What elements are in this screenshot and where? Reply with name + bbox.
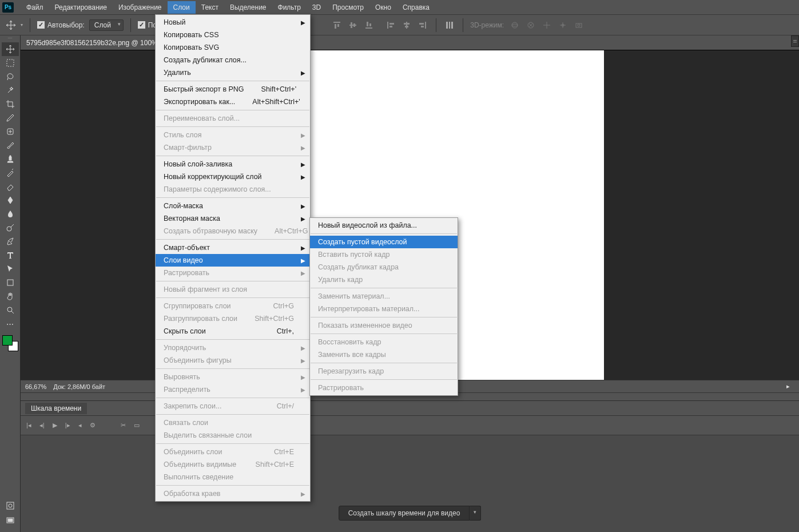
svg-rect-4	[351, 22, 352, 28]
goto-first-frame-icon[interactable]: |◂	[26, 422, 31, 429]
menu-item[interactable]: Удалить▶	[156, 66, 310, 79]
menu-item-label: Новый слой-заливка	[164, 160, 232, 168]
menu-слои[interactable]: Слои	[168, 1, 196, 14]
hand-tool[interactable]	[2, 289, 19, 303]
lasso-tool[interactable]	[2, 70, 19, 84]
menu-item[interactable]: Создать дубликат слоя...	[156, 54, 310, 66]
path-select-tool[interactable]	[2, 262, 19, 276]
tool-options-chevron-icon[interactable]: ▾	[21, 22, 23, 27]
magic-wand-tool[interactable]	[2, 84, 19, 97]
menu-файл[interactable]: Файл	[21, 1, 49, 14]
align-right-icon[interactable]	[416, 19, 429, 31]
pen-tool[interactable]	[2, 235, 19, 248]
prev-frame-icon[interactable]: ◂|	[39, 422, 45, 429]
menu-выделение[interactable]: Выделение	[224, 1, 272, 14]
menu-item[interactable]: Слой-маска▶	[156, 200, 310, 212]
distribute-icon[interactable]	[443, 19, 456, 31]
history-brush-tool[interactable]	[2, 166, 19, 180]
shape-tool[interactable]	[2, 276, 19, 289]
brush-tool[interactable]	[2, 138, 19, 152]
screenmode-tool[interactable]	[2, 514, 19, 527]
menu-текст[interactable]: Текст	[196, 1, 224, 14]
autoselect-dropdown[interactable]: Слой	[89, 19, 124, 31]
menu-item[interactable]: Новый корректирующий слой▶	[156, 170, 310, 183]
gradient-tool[interactable]	[2, 193, 19, 207]
menu-item[interactable]: Смарт-объект▶	[156, 241, 310, 254]
align-bottom-icon[interactable]	[363, 19, 375, 31]
marquee-tool[interactable]	[2, 56, 19, 70]
threed-slide-icon[interactable]	[556, 19, 569, 31]
menu-bar: Ps ФайлРедактированиеИзображениеСлоиТекс…	[0, 0, 799, 15]
color-swatches[interactable]	[2, 335, 18, 351]
threed-zoom-icon[interactable]	[573, 19, 585, 31]
menu-item[interactable]: Векторная маска▶	[156, 212, 310, 225]
zoom-tool[interactable]	[2, 303, 19, 317]
healing-brush-tool[interactable]	[2, 125, 19, 138]
timeline-track-area[interactable]: Создать шкалу времени для видео ▾	[21, 435, 799, 532]
create-video-timeline-chevron-icon[interactable]: ▾	[470, 506, 481, 521]
menu-редактирование[interactable]: Редактирование	[49, 1, 113, 14]
timeline-tab[interactable]: Шкала времени	[25, 403, 87, 414]
menu-item[interactable]: Новый▶	[156, 16, 310, 29]
next-frame-icon[interactable]: |▸	[65, 422, 70, 429]
menu-item[interactable]: Копировать SVG	[156, 41, 310, 54]
eraser-tool[interactable]	[2, 180, 19, 193]
menu-item-label: Создать пустой видеослой	[318, 238, 407, 246]
menu-фильтр[interactable]: Фильтр	[272, 1, 307, 14]
eyedropper-tool[interactable]	[2, 111, 19, 125]
threed-pan-icon[interactable]	[540, 19, 553, 31]
menu-item-label: Удалить кадр	[318, 276, 363, 284]
play-icon[interactable]: ▶	[53, 422, 57, 429]
menu-item[interactable]: Быстрый экспорт в PNGShift+Ctrl+'	[156, 83, 310, 96]
timeline-options-icon[interactable]: ⚙	[90, 422, 96, 429]
dodge-tool[interactable]	[2, 221, 19, 235]
align-vcenter-icon[interactable]	[347, 19, 359, 31]
threed-roll-icon[interactable]	[524, 19, 537, 31]
menu-item-label: Создать дубликат кадра	[318, 263, 399, 271]
align-left-icon[interactable]	[384, 19, 397, 31]
autoselect-checkbox[interactable]: ✓	[37, 21, 45, 29]
edit-toolbar-icon[interactable]: ⋯	[2, 317, 19, 331]
menu-item[interactable]: Скрыть слоиCtrl+,	[156, 325, 310, 338]
type-tool[interactable]	[2, 248, 19, 262]
move-tool[interactable]	[2, 42, 19, 56]
crop-tool[interactable]	[2, 97, 19, 111]
quickmask-tool[interactable]	[2, 499, 19, 513]
menu-окно[interactable]: Окно	[369, 1, 397, 14]
menu-item: Объединить фигуры▶	[156, 354, 310, 367]
create-video-timeline-button[interactable]: Создать шкалу времени для видео	[339, 506, 470, 521]
menu-item[interactable]: Новый видеослой из файла...	[310, 219, 458, 232]
menu-item: Выровнять▶	[156, 371, 310, 383]
cut-icon[interactable]: ✂	[121, 422, 126, 429]
menu-item[interactable]: Новый слой-заливка▶	[156, 158, 310, 170]
svg-rect-6	[365, 27, 372, 29]
menu-item[interactable]: Слои видео▶	[156, 254, 310, 267]
panel-grip-icon[interactable]	[0, 38, 20, 41]
zoom-level[interactable]: 66,67%	[25, 383, 46, 390]
clone-stamp-tool[interactable]	[2, 152, 19, 166]
menu-справка[interactable]: Справка	[397, 1, 435, 14]
menu-separator	[311, 288, 457, 288]
show-transform-checkbox[interactable]: ✓	[138, 21, 145, 29]
move-tool-icon[interactable]	[5, 19, 17, 31]
menu-item-label: Слои видео	[164, 256, 203, 264]
menu-item[interactable]: Создать пустой видеослой	[310, 236, 458, 248]
mute-icon[interactable]: ◂	[78, 422, 82, 429]
menu-item-label: Восстановить кадр	[318, 338, 381, 346]
align-top-icon[interactable]	[331, 19, 343, 31]
transition-icon[interactable]: ▭	[134, 422, 140, 429]
document-tab[interactable]: 5795d985e3f081562159b32e.png @ 100% (R	[21, 35, 799, 50]
menu-изображение[interactable]: Изображение	[113, 1, 168, 14]
menu-item[interactable]: Экспортировать как...Alt+Shift+Ctrl+'	[156, 96, 310, 108]
blur-tool[interactable]	[2, 207, 19, 221]
align-hcenter-icon[interactable]	[400, 19, 413, 31]
foreground-color-swatch[interactable]	[2, 335, 13, 346]
menu-separator	[156, 339, 309, 340]
menu-просмотр[interactable]: Просмотр	[327, 1, 369, 14]
threed-orbit-icon[interactable]	[508, 19, 521, 31]
menu-3d[interactable]: 3D	[307, 1, 327, 14]
menu-item[interactable]: Копировать CSS	[156, 29, 310, 41]
right-dock-collapsed[interactable]	[791, 35, 799, 47]
status-arrow-icon[interactable]: ▸	[786, 383, 790, 390]
menu-shortcut: Shift+Ctrl+G	[237, 315, 294, 323]
